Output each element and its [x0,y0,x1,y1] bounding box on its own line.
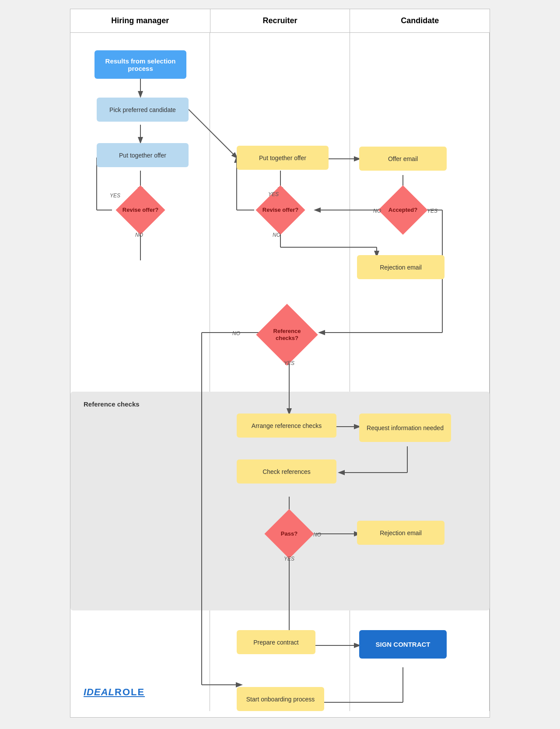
ref-checks-no-label: NO [232,330,240,336]
ref-checks-yes-label: YES [284,360,294,366]
rejection-email-2-node: Rejection email [357,521,444,545]
revise-hm-yes-label: YES [110,193,120,199]
start-onboarding-node: Start onboarding process [237,687,324,711]
put-together-hm-node: Put together offer [97,143,189,167]
sign-contract-node: SIGN CONTRACT [359,630,447,659]
accepted-yes-label: YES [427,208,438,214]
header-row: Hiring manager Recruiter Candidate [70,9,490,33]
revise-hm-no-label: NO [135,232,143,238]
ref-section-label: Reference checks [84,400,140,408]
check-ref-node: Check references [237,459,336,484]
ref-checks-diamond: Referencechecks? [261,313,313,357]
pass-yes-label: YES [284,556,294,562]
pass-diamond: Pass? [270,514,309,554]
diagram-body: Reference checks [70,33,490,711]
pick-candidate-node: Pick preferred candidate [97,98,189,122]
revise-r-diamond: Revise offer? [261,190,300,230]
results-node: Results from selection process [94,50,186,79]
pass-no-label: NO [313,532,321,538]
accepted-no-label: NO [373,208,381,214]
request-info-node: Request information needed [359,414,451,442]
diagram-wrapper: Hiring manager Recruiter Candidate Refer… [70,9,490,718]
arrange-ref-node: Arrange reference checks [237,414,336,438]
revise-r-no-label: NO [273,232,280,238]
logo: IDEAL ROLE [84,687,145,698]
logo-role: ROLE [115,687,145,698]
col-header-candidate: Candidate [350,9,490,32]
offer-email-node: Offer email [359,147,447,171]
logo-ideal: IDEAL [84,687,115,698]
rejection-email-1-node: Rejection email [357,255,444,279]
col-header-hm: Hiring manager [70,9,210,32]
put-together-r-node: Put together offer [237,146,329,170]
accepted-diamond: Accepted? [383,190,423,230]
prepare-contract-node: Prepare contract [237,630,315,654]
revise-hm-diamond: Revise offer? [121,190,160,230]
col-header-recruiter: Recruiter [210,9,350,32]
revise-r-yes-label: YES [268,191,279,197]
